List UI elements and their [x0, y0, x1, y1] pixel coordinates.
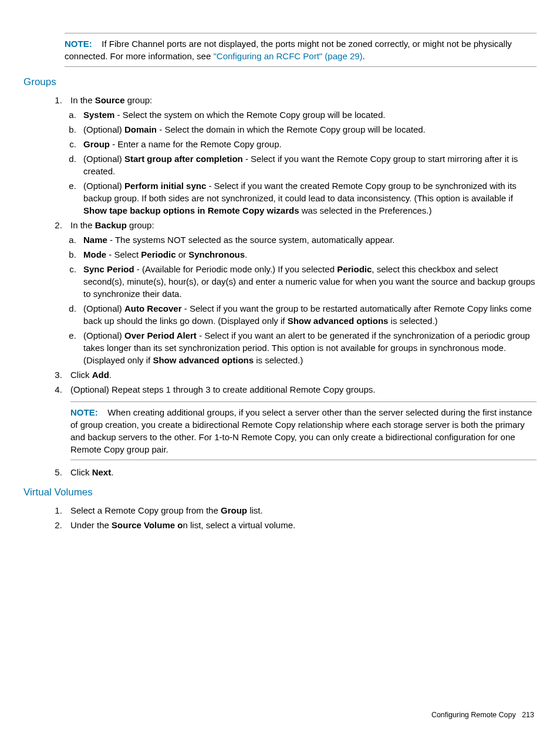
step-2-substeps: Name - The systems NOT selected as the s…	[79, 234, 537, 366]
step-5: Click Next.	[65, 466, 537, 478]
step-1: In the Source group: System - Select the…	[65, 94, 537, 217]
step-2a: Name - The systems NOT selected as the s…	[79, 234, 537, 246]
footer-page-number: 213	[522, 711, 534, 719]
step-2d: (Optional) Auto Recover - Select if you …	[79, 302, 537, 327]
footer-section: Configuring Remote Copy	[431, 711, 516, 719]
note-box-top: NOTE: If Fibre Channel ports are not dis…	[65, 33, 537, 67]
step-2e: (Optional) Over Period Alert - Select if…	[79, 329, 537, 366]
note-text-inner: When creating additional groups, if you …	[70, 407, 532, 454]
note-label: NOTE:	[65, 39, 92, 49]
heading-groups: Groups	[23, 75, 537, 89]
note-text-after: .	[363, 51, 365, 61]
groups-steps-list: In the Source group: System - Select the…	[65, 94, 537, 478]
page-footer: Configuring Remote Copy 213	[431, 710, 534, 721]
step-1b: (Optional) Domain - Select the domain in…	[79, 123, 537, 136]
step-4: (Optional) Repeat steps 1 through 3 to c…	[65, 383, 537, 460]
step-2b: Mode - Select Periodic or Synchronous.	[79, 248, 537, 261]
note-label-inner: NOTE:	[70, 407, 98, 417]
step-2: In the Backup group: Name - The systems …	[65, 219, 537, 366]
link-configuring-rcfc[interactable]: "Configuring an RCFC Port" (page 29)	[213, 51, 362, 61]
vv-step-2: Under the Source Volume on list, select …	[65, 519, 537, 531]
step-1-substeps: System - Select the system on which the …	[79, 109, 537, 217]
note-box-inner: NOTE: When creating additional groups, i…	[70, 401, 537, 460]
step-1e: (Optional) Perform initial sync - Select…	[79, 180, 537, 217]
step-1d: (Optional) Start group after completion …	[79, 153, 537, 177]
vv-step-1: Select a Remote Copy group from the Grou…	[65, 504, 537, 517]
step-1a: System - Select the system on which the …	[79, 109, 537, 121]
step-1c: Group - Enter a name for the Remote Copy…	[79, 138, 537, 150]
step-3: Click Add.	[65, 369, 537, 381]
heading-virtual-volumes: Virtual Volumes	[23, 485, 537, 499]
step-2c: Sync Period - (Available for Periodic mo…	[79, 263, 537, 300]
vv-steps-list: Select a Remote Copy group from the Grou…	[65, 504, 537, 531]
